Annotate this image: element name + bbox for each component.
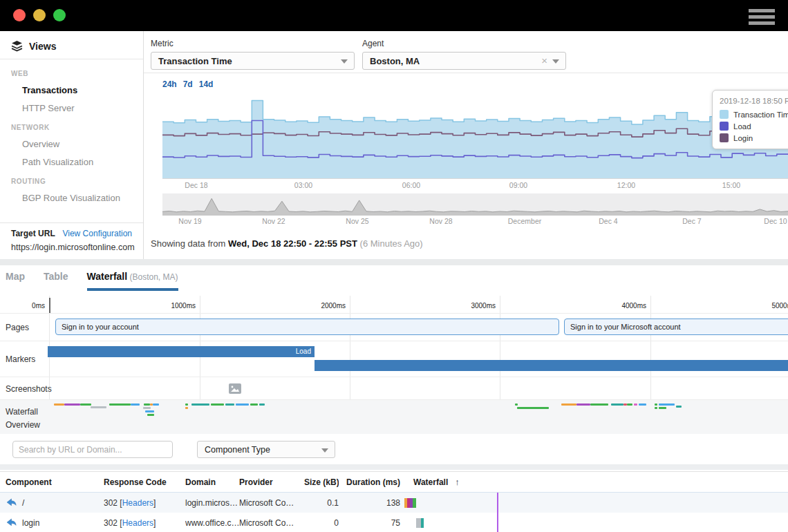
markers-row-label: Markers: [6, 354, 35, 364]
overview-segment: [147, 414, 154, 416]
sidebar-item-overview[interactable]: Overview: [22, 139, 132, 149]
page-marker[interactable]: Sign in to your Microsoft account: [564, 319, 788, 335]
markers-row: Markers Load: [0, 341, 788, 377]
window-minimize-button[interactable]: [33, 9, 46, 21]
row-waterfall-bar[interactable]: [400, 513, 788, 532]
brush-tick-label: Nov 22: [262, 217, 285, 225]
metrics-panel: Metric Transaction Time Agent Boston, MA…: [144, 31, 788, 259]
col-size[interactable]: Size (kB): [304, 477, 339, 487]
tab-table[interactable]: Table: [44, 271, 68, 288]
layers-icon: [11, 40, 23, 52]
table-row[interactable]: login 302 [Headers] www.office.c… Micros…: [0, 513, 788, 532]
panel-divider: [0, 259, 788, 265]
waterfall-overview-label: Waterfall Overview: [6, 406, 48, 432]
tab-waterfall[interactable]: Waterfall (Boston, MA): [87, 271, 178, 291]
timeseries-plot: [162, 97, 788, 178]
screenshot-thumbnail-icon[interactable]: [229, 383, 241, 394]
col-duration[interactable]: Duration (ms): [339, 477, 400, 487]
domain-cell: login.micros…: [185, 498, 239, 508]
overview-segment: [143, 407, 151, 409]
overview-segment: [627, 403, 632, 406]
chart-x-axis: Dec 1803:0006:0009:0012:0015:00: [162, 181, 788, 191]
overview-segment: [576, 403, 590, 406]
components-table: Component Response Code Domain Provider …: [0, 471, 788, 532]
tooltip-timestamp: 2019-12-18 18:50 PST: [720, 97, 788, 105]
component-type-select[interactable]: Component Type: [197, 441, 335, 458]
size-cell: 0.1: [304, 498, 339, 508]
sidebar-item-http-server[interactable]: HTTP Server: [22, 103, 132, 113]
duration-cell: 138: [339, 498, 400, 508]
overview-segment: [131, 403, 140, 406]
sort-ascending-icon: ↑: [455, 477, 460, 487]
overview-segment: [145, 410, 154, 412]
table-row[interactable]: / 302 [Headers] login.micros… Microsoft …: [0, 493, 788, 513]
row-waterfall-bar[interactable]: [400, 493, 788, 513]
chevron-down-icon: [552, 59, 559, 64]
page-load-guide-line: [497, 513, 498, 532]
filter-bar: Component Type: [0, 439, 788, 460]
tab-waterfall-agent: (Boston, MA): [127, 272, 178, 282]
clear-agent-icon[interactable]: ×: [541, 55, 547, 66]
overview-segment: [80, 403, 91, 406]
app-window: Views WEB Transactions HTTP Server NETWO…: [0, 0, 788, 532]
window-close-button[interactable]: [13, 9, 26, 21]
timeline-brush[interactable]: [162, 193, 788, 216]
sidebar-item-bgp-route-visualization[interactable]: BGP Route Visualization: [22, 193, 132, 203]
metric-selected-value: Transaction Time: [158, 56, 232, 66]
metric-select[interactable]: Transaction Time: [151, 52, 355, 70]
headers-link[interactable]: Headers: [122, 518, 153, 528]
col-component[interactable]: Component: [0, 477, 104, 487]
overview-segment: [639, 403, 646, 406]
sidebar-section-routing: ROUTING: [11, 178, 132, 185]
x-tick-label: 03:00: [294, 181, 312, 189]
chevron-down-icon: [341, 59, 348, 64]
window-zoom-button[interactable]: [53, 9, 66, 21]
page-marker[interactable]: Sign in to your account: [55, 319, 559, 335]
search-input[interactable]: [12, 441, 173, 458]
overview-segment: [561, 403, 576, 406]
range-7d-button[interactable]: 7d: [183, 79, 193, 89]
range-14d-button[interactable]: 14d: [199, 79, 214, 89]
time-axis-label: 0ms: [1, 302, 45, 310]
hamburger-menu-icon[interactable]: [749, 9, 775, 26]
sidebar-item-transactions[interactable]: Transactions: [22, 85, 132, 95]
overview-segment: [64, 403, 80, 406]
tab-map[interactable]: Map: [6, 271, 25, 288]
overview-segment: [611, 403, 623, 406]
agent-select[interactable]: Boston, MA ×: [362, 52, 566, 70]
sidebar-item-path-visualization[interactable]: Path Visualization: [22, 157, 132, 167]
overview-segment: [153, 403, 159, 406]
pages-row: Pages Sign in to your accountSign in to …: [0, 313, 788, 341]
col-response-code[interactable]: Response Code: [104, 477, 185, 487]
screenshots-row-label: Screenshots: [6, 384, 52, 394]
target-url-panel: Target URL View Configuration https://lo…: [0, 222, 143, 259]
brush-tick-label: December: [508, 217, 541, 225]
provider-cell: Microsoft Co…: [239, 498, 304, 508]
overview-segment: [211, 403, 224, 406]
overview-segment: [250, 403, 258, 406]
overview-segment: [515, 403, 518, 406]
transaction-time-chart[interactable]: [162, 97, 788, 179]
headers-link[interactable]: Headers: [122, 498, 153, 508]
legend-item-load: Load: [720, 122, 788, 131]
legend-item-transaction-time: Transaction Time: [720, 110, 788, 119]
x-tick-label: 09:00: [509, 181, 527, 189]
col-waterfall[interactable]: Waterfall↑: [400, 472, 788, 492]
table-header-row: Component Response Code Domain Provider …: [0, 471, 788, 493]
duration-cell: 75: [339, 518, 400, 528]
time-axis-label: 4000ms: [602, 302, 646, 310]
view-tabs: Map Table Waterfall (Boston, MA): [6, 271, 178, 291]
agent-selected-value: Boston, MA: [370, 56, 420, 66]
waterfall-overview-row[interactable]: Waterfall Overview: [0, 399, 788, 434]
legend-swatch: [720, 110, 729, 119]
transaction-marker-bar[interactable]: [315, 360, 788, 371]
col-provider[interactable]: Provider: [239, 477, 304, 487]
range-24h-button[interactable]: 24h: [162, 79, 177, 89]
overview-segment: [54, 403, 64, 406]
view-configuration-link[interactable]: View Configuration: [62, 229, 132, 238]
x-tick-label: Dec 18: [185, 181, 207, 189]
col-domain[interactable]: Domain: [185, 477, 239, 487]
x-tick-label: 12:00: [617, 181, 635, 189]
transaction-marker-bar[interactable]: Load: [48, 346, 315, 357]
brush-tick-label: Nov 25: [346, 217, 368, 225]
